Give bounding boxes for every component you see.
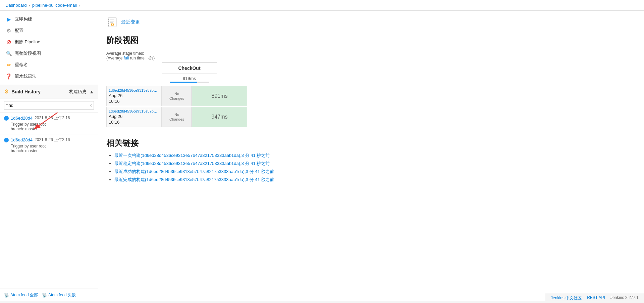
sidebar-item-full-stage[interactable]: 🔍 完整阶段视图 — [0, 48, 98, 59]
breadcrumb-arrow1: › — [29, 3, 30, 8]
sidebar-label-pipeline-syntax: 流水线语法 — [15, 73, 37, 79]
breadcrumb: Dashboard › pipeline-pullcode-email › — [0, 0, 644, 11]
sidebar-item-rename[interactable]: ✏ 重命名 — [0, 59, 98, 71]
breadcrumb-dashboard[interactable]: Dashboard — [5, 3, 27, 8]
sidebar-label-delete: 删除 Pipeline — [15, 39, 40, 45]
search-input[interactable] — [4, 101, 94, 110]
checkout-avg-value: 919ms — [183, 76, 196, 81]
delete-icon: ⊘ — [5, 39, 12, 45]
svg-rect-3 — [108, 19, 109, 20]
stage-view-title: 阶段视图 — [106, 35, 636, 46]
stage-view-container: Average stage times: (Average full run t… — [106, 51, 636, 128]
footer-rest-api[interactable]: REST API — [587, 295, 605, 301]
build-history-header: ⚙ Build History 构建历史 ▲ — [0, 85, 98, 98]
feed-fail-link[interactable]: 📡 Atom feed 失败 — [42, 292, 76, 298]
sidebar-item-delete[interactable]: ⊘ 删除 Pipeline — [0, 36, 98, 48]
related-links-list: 最近一次构建(1d6ed28d4536ce9313e57b47a82175333… — [106, 153, 636, 183]
related-link-2[interactable]: 最近稳定构建(1d6ed28d4536ce9313e57b47a82175333… — [114, 161, 270, 166]
checkout-column: CheckOut 919ms — [162, 62, 217, 85]
stage-meta-line2: (Average — [106, 56, 124, 60]
build-entry-1-header: 1d6ed28d4 2021-8-26 上午2:16 — [4, 115, 94, 121]
no-changes-box-2: NoChanges — [162, 107, 192, 127]
sidebar-item-build-now[interactable]: ▶ 立即构建 — [0, 13, 98, 25]
build-link-1[interactable]: 1d6ed28d4 — [11, 116, 33, 121]
build-date-1: Aug 26 — [109, 93, 159, 98]
feed-fail-label: Atom feed 失败 — [48, 292, 76, 298]
progress-bar-wrap — [170, 82, 209, 83]
sidebar-item-pipeline-syntax[interactable]: ❓ 流水线语法 — [0, 71, 98, 82]
search-clear-button[interactable]: × — [90, 103, 92, 108]
stages-wrapper: CheckOut 919ms — [106, 62, 636, 85]
stage-meta-line1: Average stage times: — [106, 51, 144, 56]
sidebar-item-configure[interactable]: ⚙ 配置 — [0, 25, 98, 36]
main-content: 最近变更 阶段视图 Average stage times: (Average … — [98, 11, 644, 301]
question-icon: ❓ — [5, 73, 12, 80]
sidebar: ▶ 立即构建 ⚙ 配置 ⊘ 删除 Pipeline 🔍 完整阶段视图 ✏ 重命名… — [0, 11, 98, 301]
progress-bar-fill — [170, 82, 197, 83]
build-row-left-1: 1d6ed28d4536ce9313e57b47a821753333... Au… — [106, 86, 162, 106]
breadcrumb-arrow2: › — [79, 3, 80, 8]
build-time-cell-2: 10:16 — [109, 120, 159, 125]
stage-meta: Average stage times: (Average full run t… — [106, 51, 636, 60]
footer-jenkins-community[interactable]: Jenkins 中文社区 — [551, 295, 582, 301]
build-entry-1: 1d6ed28d4 2021-8-26 上午2:16 Trigger by us… — [0, 113, 98, 134]
build-link-2[interactable]: 1d6ed28d4 — [11, 137, 33, 142]
svg-rect-9 — [110, 22, 113, 23]
search-box-wrap: × — [0, 98, 98, 113]
feed-icon-all: 📡 — [4, 293, 9, 298]
recent-changes-link[interactable]: 最近变更 — [121, 19, 140, 25]
search-icon: 🔍 — [5, 50, 12, 57]
sidebar-label-full-stage: 完整阶段视图 — [15, 50, 41, 56]
build-time-2: 2021-8-26 上午2:16 — [35, 137, 70, 143]
commit-hash-2: 1d6ed28d4536ce9313e57b47a821753333... — [109, 109, 159, 113]
build-history-gear-icon: ⚙ — [4, 88, 9, 95]
build-meta-2: Trigger by user root branch: master — [4, 144, 94, 153]
svg-rect-4 — [108, 21, 109, 22]
commit-hash-1: 1d6ed28d4536ce9313e57b47a821753333... — [109, 88, 159, 92]
related-link-item-2: 最近稳定构建(1d6ed28d4536ce9313e57b47a82175333… — [114, 161, 636, 167]
notebook-icon — [106, 16, 118, 28]
build-row-left-2: 1d6ed28d4536ce9313e57b47a821753333... Au… — [106, 107, 162, 127]
related-link-item-1: 最近一次构建(1d6ed28d4536ce9313e57b47a82175333… — [114, 153, 636, 159]
svg-rect-5 — [108, 23, 109, 24]
related-link-4[interactable]: 最近完成的构建(1d6ed28d4536ce9313e57b47a8217533… — [114, 177, 274, 182]
build-status-dot-1 — [4, 116, 9, 121]
build-status-dot-2 — [4, 138, 9, 142]
build-list: 1d6ed28d4 2021-8-26 上午2:16 Trigger by us… — [0, 113, 98, 289]
feed-all-link[interactable]: 📡 Atom feed 全部 — [4, 292, 38, 298]
collapse-button[interactable]: ▲ — [89, 89, 94, 94]
build-meta-1: Trigger by user root branch: master — [4, 122, 94, 131]
related-link-1[interactable]: 最近一次构建(1d6ed28d4536ce9313e57b47a82175333… — [114, 153, 270, 158]
sidebar-label-build-now: 立即构建 — [15, 16, 32, 22]
related-link-3[interactable]: 最近成功的构建(1d6ed28d4536ce9313e57b47a8217533… — [114, 169, 274, 174]
build-history-title: Build History — [11, 89, 66, 94]
play-icon: ▶ — [5, 16, 12, 23]
stage-meta-line3: run time: ~2s) — [129, 56, 155, 60]
build-row-2: 1d6ed28d4536ce9313e57b47a821753333... Au… — [106, 107, 636, 127]
build-history-subtitle: 构建历史 — [69, 89, 87, 95]
recent-changes: 最近变更 — [106, 16, 636, 28]
gear-icon: ⚙ — [5, 27, 12, 34]
layout: ▶ 立即构建 ⚙ 配置 ⊘ 删除 Pipeline 🔍 完整阶段视图 ✏ 重命名… — [0, 11, 644, 301]
build-branch-2: branch: master — [11, 148, 94, 153]
build-list-container: 1d6ed28d4 2021-8-26 上午2:16 Trigger by us… — [0, 113, 98, 156]
svg-rect-8 — [110, 21, 114, 21]
build-row-1: 1d6ed28d4536ce9313e57b47a821753333... Au… — [106, 86, 636, 106]
sidebar-label-configure: 配置 — [15, 28, 23, 34]
feed-all-label: Atom feed 全部 — [10, 292, 38, 298]
build-rows-section: 1d6ed28d4536ce9313e57b47a821753333... Au… — [106, 86, 636, 127]
build-entry-2-header: 1d6ed28d4 2021-8-26 上午2:16 — [4, 137, 94, 143]
breadcrumb-pipeline[interactable]: pipeline-pullcode-email — [32, 3, 77, 8]
svg-rect-6 — [108, 25, 109, 26]
build-time-cell-1: 10:16 — [109, 99, 159, 104]
build-trigger-2: Trigger by user root — [11, 144, 94, 148]
feed-links: 📡 Atom feed 全部 📡 Atom feed 失败 — [0, 289, 98, 301]
build-entry-2: 1d6ed28d4 2021-8-26 上午2:16 Trigger by us… — [0, 134, 98, 156]
sidebar-menu: ▶ 立即构建 ⚙ 配置 ⊘ 删除 Pipeline 🔍 完整阶段视图 ✏ 重命名… — [0, 11, 98, 85]
stage-meta-full-link[interactable]: full — [124, 56, 129, 60]
build-date-2: Aug 26 — [109, 114, 159, 119]
no-changes-box-1: NoChanges — [162, 86, 192, 106]
search-wrap-inner: × — [4, 101, 94, 110]
build-time-1: 2021-8-26 上午2:16 — [35, 115, 70, 121]
build-stage-time-2: 947ms — [192, 107, 247, 127]
